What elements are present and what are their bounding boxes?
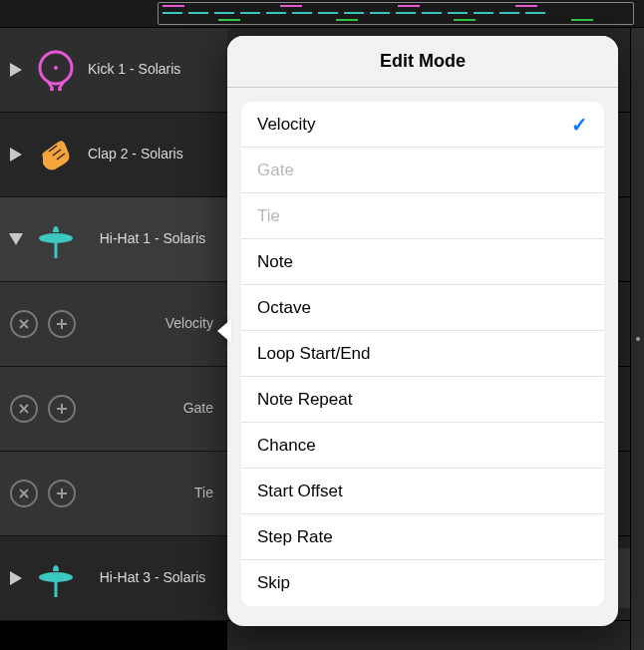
edit-mode-option-tie[interactable]: Tie bbox=[241, 193, 604, 239]
timeline bbox=[0, 0, 644, 28]
option-label: Note Repeat bbox=[257, 390, 352, 410]
timeline-overview[interactable] bbox=[158, 2, 634, 25]
option-label: Tie bbox=[257, 206, 280, 226]
remove-button[interactable] bbox=[10, 310, 38, 338]
svg-point-2 bbox=[54, 66, 58, 70]
track-label: Hi-Hat 1 - Solaris bbox=[88, 230, 217, 248]
edit-mode-list: Velocity ✓ Gate Tie Note Octave Loop Sta… bbox=[241, 102, 604, 606]
clap-icon bbox=[34, 133, 78, 176]
track-label: Hi-Hat 3 - Solaris bbox=[88, 569, 217, 587]
svg-marker-8 bbox=[9, 233, 23, 245]
edit-mode-option-chance[interactable]: Chance bbox=[241, 423, 604, 469]
option-label: Step Rate bbox=[257, 527, 333, 547]
track-row-hihat1[interactable]: Hi-Hat 1 - Solaris bbox=[0, 197, 227, 282]
track-label: Kick 1 - Solaris bbox=[88, 61, 217, 79]
svg-marker-23 bbox=[10, 571, 22, 585]
svg-marker-7 bbox=[10, 148, 22, 162]
edit-mode-option-repeat[interactable]: Note Repeat bbox=[241, 377, 604, 423]
track-row-clap[interactable]: Clap 2 - Solaris bbox=[0, 113, 227, 197]
subrow-label: Tie bbox=[155, 485, 217, 502]
option-label: Skip bbox=[257, 573, 290, 593]
subrow-label: Velocity bbox=[155, 315, 217, 333]
edit-mode-option-octave[interactable]: Octave bbox=[241, 285, 604, 331]
option-label: Velocity bbox=[257, 115, 316, 135]
track-label: Clap 2 - Solaris bbox=[88, 146, 217, 163]
svg-marker-0 bbox=[10, 63, 22, 77]
scroll-indicator[interactable] bbox=[630, 28, 644, 650]
edit-mode-option-steprate[interactable]: Step Rate bbox=[241, 514, 604, 560]
play-icon[interactable] bbox=[8, 148, 24, 162]
option-label: Chance bbox=[257, 436, 316, 456]
hihat-icon bbox=[34, 217, 78, 261]
checkmark-icon: ✓ bbox=[571, 113, 588, 137]
option-label: Note bbox=[257, 252, 293, 272]
track-row-hihat3[interactable]: Hi-Hat 3 - Solaris bbox=[0, 536, 227, 621]
popover-arrow bbox=[217, 319, 231, 343]
edit-mode-option-gate[interactable]: Gate bbox=[241, 148, 604, 193]
hihat-icon bbox=[34, 556, 78, 600]
edit-mode-popover: Edit Mode Velocity ✓ Gate Tie Note Octav… bbox=[227, 36, 618, 626]
play-icon[interactable] bbox=[8, 571, 24, 585]
option-label: Start Offset bbox=[257, 482, 343, 501]
subrow-velocity[interactable]: Velocity bbox=[0, 282, 227, 367]
expand-icon[interactable] bbox=[8, 233, 24, 245]
subrow-gate[interactable]: Gate bbox=[0, 367, 227, 452]
edit-mode-option-loop[interactable]: Loop Start/End bbox=[241, 331, 604, 377]
popover-title: Edit Mode bbox=[227, 36, 618, 88]
option-label: Loop Start/End bbox=[257, 344, 370, 364]
edit-mode-option-skip[interactable]: Skip bbox=[241, 560, 604, 606]
option-label: Octave bbox=[257, 298, 311, 318]
subrow-label: Gate bbox=[155, 400, 217, 418]
add-button[interactable] bbox=[48, 480, 76, 507]
edit-mode-option-velocity[interactable]: Velocity ✓ bbox=[241, 102, 604, 148]
subrow-tie[interactable]: Tie bbox=[0, 452, 227, 536]
play-icon[interactable] bbox=[8, 63, 24, 77]
add-button[interactable] bbox=[48, 310, 76, 338]
add-button[interactable] bbox=[48, 395, 76, 423]
edit-mode-option-startoffset[interactable]: Start Offset bbox=[241, 469, 604, 514]
remove-button[interactable] bbox=[10, 480, 38, 507]
option-label: Gate bbox=[257, 161, 294, 180]
track-list: Kick 1 - Solaris Clap 2 - Solaris Hi-Hat… bbox=[0, 28, 227, 650]
track-row-kick[interactable]: Kick 1 - Solaris bbox=[0, 28, 227, 113]
remove-button[interactable] bbox=[10, 395, 38, 423]
edit-mode-option-note[interactable]: Note bbox=[241, 239, 604, 285]
kick-icon bbox=[34, 48, 78, 92]
